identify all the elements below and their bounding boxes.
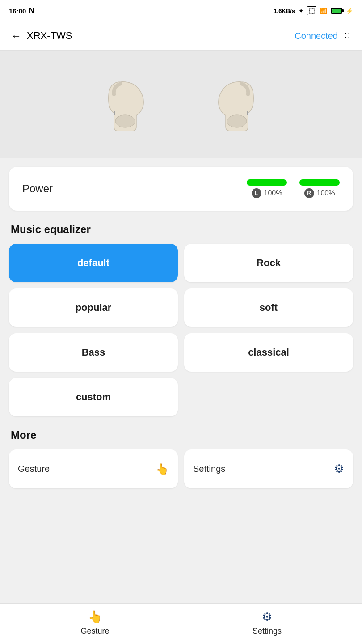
eq-btn-default[interactable]: default	[9, 244, 178, 282]
earphone-image-area	[0, 51, 362, 158]
left-percent: 100%	[264, 189, 282, 197]
wifi-icon: 📶	[320, 8, 327, 14]
right-battery: R 100%	[299, 179, 340, 198]
eq-btn-soft[interactable]: soft	[184, 288, 353, 327]
connection-status: Connected	[295, 31, 338, 41]
network-speed: 1.6KB/s	[274, 8, 295, 14]
power-label: Power	[22, 182, 53, 195]
nfc-icon: N	[29, 6, 34, 15]
left-badge: L	[252, 188, 261, 198]
bottom-nav: 👆 Gesture ⚙ Settings	[0, 603, 362, 644]
equalizer-title: Music equalizer	[9, 223, 353, 236]
eq-btn-bass[interactable]: Bass	[9, 333, 178, 372]
battery-indicator	[331, 8, 342, 14]
svg-point-0	[115, 115, 135, 127]
settings-nav-icon: ⚙	[262, 610, 272, 624]
gesture-label: Gesture	[18, 464, 50, 474]
header-right: Connected ∶∶	[295, 30, 351, 42]
left-battery-text: L 100%	[252, 188, 282, 198]
right-badge: R	[304, 188, 314, 198]
charging-icon: ⚡	[346, 8, 353, 14]
gesture-card[interactable]: Gesture 👆	[9, 449, 178, 488]
settings-icon: ⚙	[334, 462, 344, 476]
right-earphone-svg	[194, 68, 266, 140]
settings-label: Settings	[193, 464, 225, 474]
right-percent: 100%	[317, 189, 335, 197]
right-earphone	[194, 68, 266, 140]
more-grid: Gesture 👆 Settings ⚙	[9, 449, 353, 488]
status-bar: 16:00 N 1.6KB/s ✦ ⬚ 📶 ⚡	[0, 0, 362, 21]
gesture-nav-icon: 👆	[88, 610, 102, 624]
eq-btn-custom[interactable]: custom	[9, 378, 178, 416]
app-header: ← XRX-TWS Connected ∶∶	[0, 21, 362, 51]
more-title: More	[9, 429, 353, 441]
main-content: Power L 100% R 100% Music equalizer	[0, 158, 362, 524]
music-equalizer-section: Music equalizer default Rock popular sof…	[9, 223, 353, 416]
equalizer-grid: default Rock popular soft Bass classical…	[9, 244, 353, 416]
power-card: Power L 100% R 100%	[9, 167, 353, 211]
settings-nav-button[interactable]: ⚙ Settings	[223, 610, 312, 636]
svg-point-2	[227, 115, 247, 127]
gesture-icon: 👆	[156, 463, 169, 475]
bluetooth-icon: ✦	[299, 8, 303, 14]
left-battery: L 100%	[247, 179, 287, 198]
right-battery-bar	[299, 179, 340, 186]
battery-indicators: L 100% R 100%	[247, 179, 340, 198]
left-earphone-svg	[96, 68, 168, 140]
eq-btn-rock[interactable]: Rock	[184, 244, 353, 282]
header-left: ← XRX-TWS	[11, 30, 72, 42]
settings-card[interactable]: Settings ⚙	[184, 449, 353, 488]
screenshot-icon: ⬚	[307, 6, 316, 15]
device-name: XRX-TWS	[27, 30, 72, 42]
status-time: 16:00	[9, 7, 26, 15]
status-left: 16:00 N	[9, 6, 34, 15]
more-section: More Gesture 👆 Settings ⚙	[9, 429, 353, 488]
battery-fill	[332, 9, 341, 13]
right-battery-text: R 100%	[304, 188, 335, 198]
back-button[interactable]: ←	[11, 30, 21, 42]
more-menu-button[interactable]: ∶∶	[344, 30, 351, 42]
eq-btn-classical[interactable]: classical	[184, 333, 353, 372]
status-right: 1.6KB/s ✦ ⬚ 📶 ⚡	[274, 6, 353, 15]
settings-nav-label: Settings	[253, 627, 282, 636]
gesture-nav-button[interactable]: 👆 Gesture	[51, 610, 140, 636]
left-battery-bar	[247, 179, 287, 186]
left-earphone	[96, 68, 168, 140]
eq-btn-popular[interactable]: popular	[9, 288, 178, 327]
gesture-nav-label: Gesture	[80, 627, 109, 636]
